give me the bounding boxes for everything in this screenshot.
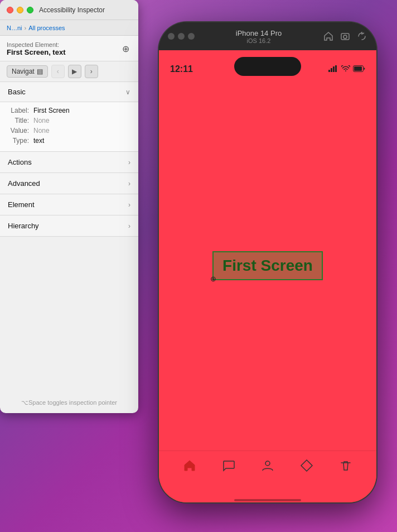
traffic-lights (7, 7, 33, 13)
zoom-button[interactable] (27, 7, 33, 13)
tab-trash[interactable] (338, 458, 354, 473)
navigate-button[interactable]: Navigat ▤ (7, 65, 48, 78)
status-icons (328, 65, 365, 74)
basic-row-title: Title: None (8, 116, 130, 126)
title-value: None (33, 117, 50, 124)
type-key: Type: (8, 137, 29, 145)
label-key: Label: (8, 107, 29, 114)
tab-person[interactable] (260, 458, 275, 473)
screenshot-device-icon[interactable] (340, 31, 351, 42)
element-label: Element (8, 200, 35, 209)
minimize-button[interactable] (17, 7, 23, 13)
basic-content: Label: First Screen Title: None Value: N… (0, 102, 138, 152)
svg-rect-2 (328, 70, 330, 72)
hierarchy-chevron-icon: › (128, 222, 130, 230)
device-top-bar: iPhone 14 Pro iOS 16.2 (159, 22, 376, 50)
selected-element-text: First Screen (222, 257, 313, 274)
tab-diamond[interactable] (299, 458, 314, 473)
inspected-element-section: Inspected Element: First Screen, text ⊕ (0, 36, 138, 61)
element-section[interactable]: Element › (0, 194, 138, 215)
trash-tab-icon (338, 458, 354, 473)
basic-row-value: Value: None (8, 126, 130, 136)
breadcrumb-app[interactable]: N…ni (7, 25, 22, 31)
svg-rect-3 (331, 68, 332, 72)
device-name: iPhone 14 Pro (236, 29, 282, 37)
navigate-label: Navigat (12, 68, 35, 75)
svg-rect-4 (333, 66, 335, 72)
element-chevron-icon: › (128, 201, 130, 209)
rotate-device-icon[interactable] (356, 31, 367, 42)
device-container: iPhone 14 Pro iOS 16.2 (151, 11, 385, 514)
window-title: Accessibility Inspector (39, 6, 105, 14)
nav-next-button[interactable]: › (85, 65, 98, 78)
tab-bar (159, 450, 376, 500)
svg-rect-5 (335, 65, 337, 72)
basic-section-header[interactable]: Basic ∨ (0, 82, 138, 102)
hierarchy-label: Hierarchy (8, 222, 39, 230)
device-ctrl-2 (178, 33, 185, 40)
chat-tab-icon (221, 458, 236, 473)
toolbar: Navigat ▤ ‹ ▶ › (0, 61, 138, 82)
basic-section: Basic ∨ Label: First Screen Title: None … (0, 82, 138, 152)
home-device-icon[interactable] (323, 31, 334, 42)
actions-label: Actions (8, 158, 32, 166)
basic-chevron-icon: ∨ (125, 88, 130, 96)
signal-icon (328, 65, 338, 74)
advanced-section[interactable]: Advanced › (0, 173, 138, 194)
title-bar: Accessibility Inspector (0, 0, 138, 20)
close-button[interactable] (7, 7, 13, 13)
cursor-indicator: ⊕ (210, 275, 218, 282)
tab-chat[interactable] (221, 458, 236, 473)
device-window-controls (168, 33, 195, 40)
label-value: First Screen (33, 107, 70, 114)
diamond-tab-icon (299, 458, 314, 473)
value-key: Value: (8, 127, 29, 135)
actions-chevron-icon: › (128, 159, 130, 166)
svg-point-8 (265, 461, 270, 466)
device-ctrl-1 (168, 33, 175, 40)
person-tab-icon (260, 458, 275, 473)
home-bar (234, 499, 301, 501)
basic-row-label: Label: First Screen (8, 106, 130, 116)
breadcrumb: N…ni › All processes (0, 20, 138, 36)
nav-play-button[interactable]: ▶ (68, 65, 81, 78)
svg-point-1 (343, 35, 347, 39)
basic-label: Basic (8, 88, 26, 96)
dynamic-island (234, 57, 301, 76)
device-title-area: iPhone 14 Pro iOS 16.2 (195, 29, 323, 44)
inspector-panel: Accessibility Inspector N…ni › All proce… (0, 0, 138, 413)
wifi-icon (341, 65, 350, 74)
value-value: None (33, 127, 50, 135)
breadcrumb-section[interactable]: All processes (28, 25, 65, 31)
screen-content: First Screen ⊕ (159, 80, 376, 450)
advanced-chevron-icon: › (128, 180, 130, 188)
selected-element-highlight: First Screen ⊕ (212, 251, 323, 280)
device-os: iOS 16.2 (247, 37, 271, 44)
home-tab-icon (182, 458, 197, 473)
hierarchy-section[interactable]: Hierarchy › (0, 215, 138, 237)
nav-prev-button[interactable]: ‹ (51, 65, 65, 78)
basic-row-type: Type: text (8, 136, 130, 146)
actions-section[interactable]: Actions › (0, 152, 138, 173)
hint-text: ⌥Space toggles inspection pointer (0, 392, 138, 413)
inspected-name: First Screen, text (7, 48, 66, 56)
monitor-icon: ▤ (37, 68, 43, 75)
advanced-label: Advanced (8, 179, 40, 188)
device-frame: iPhone 14 Pro iOS 16.2 (159, 22, 376, 502)
device-ctrl-3 (188, 33, 195, 40)
title-key: Title: (8, 117, 29, 124)
phone-screen: 12:11 (159, 50, 376, 502)
tab-home[interactable] (182, 458, 197, 473)
battery-icon (353, 65, 365, 74)
inspected-label: Inspected Element: (7, 41, 66, 48)
target-icon[interactable]: ⊕ (119, 43, 132, 55)
type-value: text (33, 137, 44, 145)
svg-rect-7 (354, 66, 362, 71)
home-indicator (159, 500, 376, 502)
breadcrumb-separator: › (25, 25, 27, 31)
device-toolbar-icons (323, 31, 367, 42)
status-bar: 12:11 (159, 50, 376, 80)
